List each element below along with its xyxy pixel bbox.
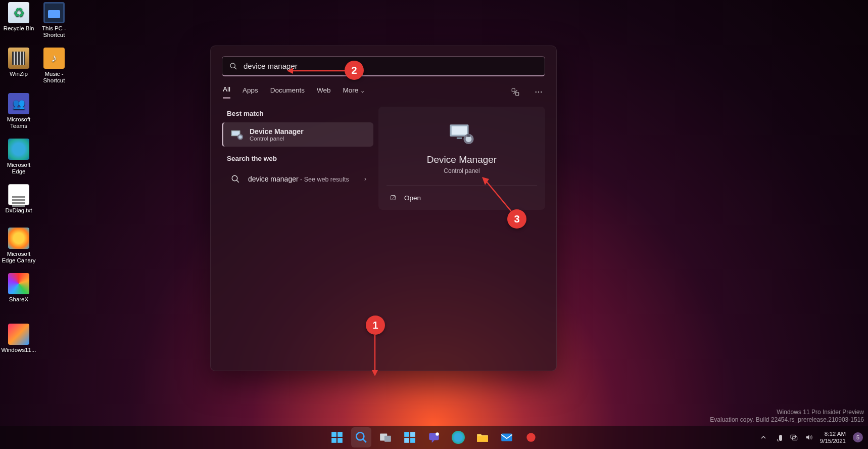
microphone-icon[interactable]: [775, 433, 783, 441]
desktop-icon-winzip[interactable]: WinZip: [0, 48, 37, 77]
teams-icon: [8, 93, 29, 114]
search-input[interactable]: [244, 62, 538, 70]
svg-rect-28: [331, 438, 336, 443]
desktop-icon-sharex[interactable]: ShareX: [0, 273, 37, 303]
recycle-bin-icon: [8, 2, 29, 23]
tray-chevron-up-icon[interactable]: [759, 433, 767, 441]
widgets-button[interactable]: [400, 427, 420, 447]
network-icon[interactable]: [790, 433, 798, 441]
svg-point-30: [356, 432, 364, 440]
preview-subtitle: Control panel: [387, 167, 537, 174]
volume-icon[interactable]: [805, 433, 813, 441]
svg-rect-43: [779, 435, 782, 441]
svg-rect-2: [512, 88, 515, 92]
svg-point-10: [238, 136, 242, 139]
winzip-icon: [8, 48, 29, 69]
result-subtitle: Control panel: [250, 136, 304, 142]
svg-rect-15: [457, 138, 462, 139]
search-options-button[interactable]: [510, 86, 521, 98]
taskbar: 8:12 AM 9/15/2021 5: [0, 426, 868, 449]
svg-rect-33: [384, 436, 391, 442]
svg-rect-27: [337, 432, 343, 437]
section-best-match: Best match: [222, 107, 373, 122]
desktop-icon-label: Microsoft Edge: [0, 162, 37, 175]
svg-point-6: [541, 92, 542, 93]
section-search-web: Search the web: [222, 152, 373, 167]
search-box[interactable]: [222, 56, 545, 76]
annotation-marker-2: 2: [345, 61, 364, 80]
svg-rect-40: [477, 436, 488, 442]
svg-rect-35: [410, 432, 415, 437]
svg-rect-26: [331, 432, 336, 437]
taskbar-recording[interactable]: [521, 427, 541, 447]
tray-time: 8:12 AM: [820, 430, 846, 437]
svg-rect-14: [452, 126, 467, 135]
svg-point-39: [436, 432, 439, 436]
edge-icon: [452, 431, 465, 444]
edge-icon: [8, 139, 29, 160]
windows-watermark: Windows 11 Pro Insider Preview Evaluatio…: [710, 409, 864, 424]
svg-rect-18: [467, 134, 470, 137]
result-title: Device Manager: [250, 127, 304, 136]
filter-tab-apps[interactable]: Apps: [243, 86, 258, 98]
filter-tab-all[interactable]: All: [223, 85, 230, 99]
sharex-icon: [8, 273, 29, 294]
desktop-icon-label: This PC - Shortcut: [35, 25, 73, 38]
file-explorer-icon: [476, 431, 489, 444]
preview-action-open[interactable]: Open: [387, 186, 537, 210]
mail-icon: [500, 431, 513, 444]
desktop-icon-label: Recycle Bin: [0, 25, 37, 32]
system-tray: 8:12 AM 9/15/2021 5: [759, 430, 863, 444]
search-filter-tabs: All Apps Documents Web More: [223, 85, 544, 99]
folder-music-icon: [43, 48, 65, 69]
preview-title: Device Manager: [387, 154, 537, 165]
taskbar-explorer[interactable]: [472, 427, 493, 447]
tray-clock[interactable]: 8:12 AM 9/15/2021: [820, 430, 846, 444]
taskbar-mail[interactable]: [497, 427, 517, 447]
svg-line-12: [236, 180, 239, 183]
search-results-column: Best match Device Manager Control panel …: [222, 107, 373, 210]
device-manager-large-icon: [448, 122, 475, 145]
desktop-icon-label: Windows11...: [0, 347, 37, 353]
search-icon: [355, 431, 368, 444]
edge-canary-icon: [8, 228, 29, 249]
result-web-search[interactable]: device manager - See web results ›: [222, 167, 373, 191]
desktop-icon-recycle-bin[interactable]: Recycle Bin: [0, 2, 37, 32]
start-button[interactable]: [327, 427, 347, 447]
desktop-icon-teams[interactable]: Microsoft Teams: [0, 93, 37, 129]
desktop-icon-dxdiag[interactable]: DxDiag.txt: [0, 184, 37, 214]
svg-rect-34: [404, 432, 409, 437]
desktop-icon-edge[interactable]: Microsoft Edge: [0, 139, 37, 175]
open-external-icon: [390, 194, 397, 202]
desktop-icon-label: DxDiag.txt: [0, 207, 37, 214]
taskbar-center: [327, 427, 541, 447]
task-view-button[interactable]: [375, 427, 396, 447]
windows-start-icon: [330, 431, 344, 444]
svg-line-1: [234, 67, 236, 69]
filter-tab-documents[interactable]: Documents: [270, 86, 305, 98]
svg-point-4: [536, 92, 537, 93]
taskbar-edge[interactable]: [448, 427, 468, 447]
taskbar-search-button[interactable]: [351, 427, 371, 447]
desktop-icon-label: Microsoft Teams: [0, 116, 37, 129]
annotation-marker-3: 3: [507, 209, 526, 229]
chat-icon: [427, 431, 441, 444]
svg-rect-8: [232, 131, 239, 136]
search-more-button[interactable]: [533, 86, 544, 98]
desktop-icon-label: Music - Shortcut: [35, 71, 73, 84]
search-icon: [229, 172, 242, 186]
desktop-icon-this-pc[interactable]: This PC - Shortcut: [35, 2, 73, 38]
filter-tab-more[interactable]: More: [343, 86, 365, 98]
desktop-icon-windows11[interactable]: Windows11...: [0, 324, 37, 353]
filter-tab-web[interactable]: Web: [317, 86, 331, 98]
notification-badge[interactable]: 5: [853, 432, 863, 442]
chat-button[interactable]: [424, 427, 444, 447]
pc-icon: [43, 2, 65, 23]
result-device-manager[interactable]: Device Manager Control panel: [222, 122, 373, 147]
result-preview-pane: Device Manager Control panel Open: [378, 107, 545, 210]
svg-point-0: [230, 63, 235, 68]
desktop-icon-music[interactable]: Music - Shortcut: [35, 48, 73, 84]
svg-rect-36: [404, 438, 409, 443]
desktop-icon-edge-canary[interactable]: Microsoft Edge Canary: [0, 228, 37, 264]
preview-action-label: Open: [404, 194, 421, 202]
